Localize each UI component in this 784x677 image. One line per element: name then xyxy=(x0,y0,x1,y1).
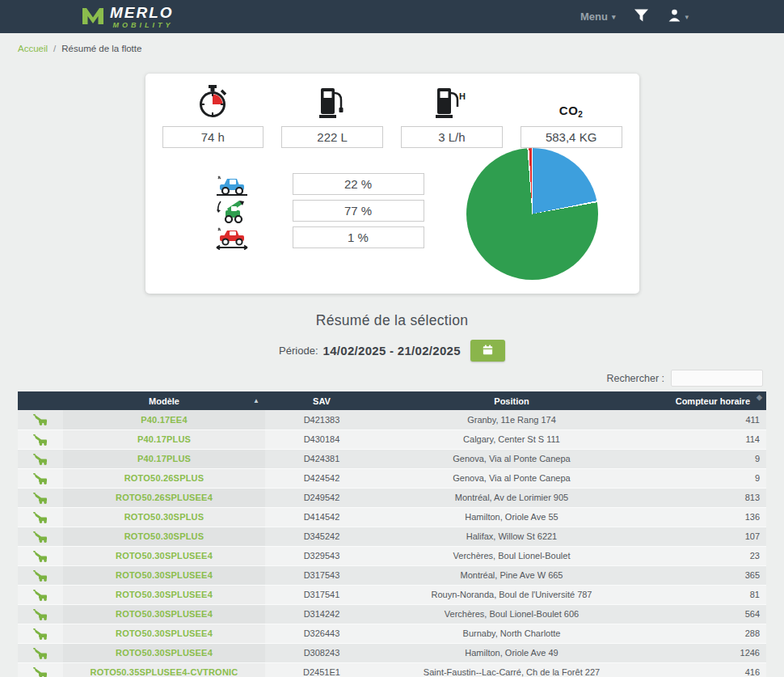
breadcrumb-current: Résumé de la flotte xyxy=(61,44,141,53)
breadcrumb-home-link[interactable]: Accueil xyxy=(18,44,48,53)
sav-cell: D329543 xyxy=(265,546,378,565)
user-menu-dropdown[interactable]: ▾ xyxy=(668,8,689,25)
fuel-consumed-icon xyxy=(272,87,392,122)
stat-hours: 74 h xyxy=(154,87,273,148)
table-row[interactable]: ROTO50.30SPLUSEE4 D317543 Montréal, Pine… xyxy=(18,565,766,585)
telehandler-icon xyxy=(18,527,63,546)
stat-fuel-rate-value: 3 L/h xyxy=(401,126,503,148)
position-cell: Montréal, Pine Ave W 665 xyxy=(378,565,645,585)
search-label: Rechercher : xyxy=(606,373,664,384)
stat-fuel-total: 222 L xyxy=(272,87,392,148)
mode-working-value: 77 % xyxy=(293,200,424,222)
telehandler-icon xyxy=(18,468,63,488)
table-row[interactable]: ROTO50.30SPLUSEE4 D317541 Rouyn-Noranda,… xyxy=(18,585,766,604)
telehandler-icon xyxy=(18,488,63,507)
table-row[interactable]: ROTO50.30SPLUSEE4 D308243 Hamilton, Orio… xyxy=(18,643,766,662)
table-row[interactable]: ROTO50.35SPLUSEE4-CVTRONIC D2451E1 Saint… xyxy=(18,662,766,677)
model-link[interactable]: ROTO50.30SPLUSEE4 xyxy=(63,624,265,643)
user-icon xyxy=(668,8,681,25)
stat-fuel-total-value: 222 L xyxy=(281,126,383,148)
model-link[interactable]: P40.17PLUS xyxy=(63,449,265,468)
telehandler-icon xyxy=(18,624,63,643)
model-link[interactable]: ROTO50.35SPLUSEE4-CVTRONIC xyxy=(63,662,265,677)
svg-text:H: H xyxy=(459,91,466,101)
hours-cell: 136 xyxy=(645,507,766,527)
selection-title: Résumé de la sélection xyxy=(0,312,784,329)
table-row[interactable]: P40.17EE4 D421383 Granby, 11e Rang 174 4… xyxy=(18,410,766,429)
usage-modes: 22 % 77 % xyxy=(209,171,424,251)
table-row[interactable]: ROTO50.30SPLUSEE4 D326443 Burnaby, North… xyxy=(18,624,766,643)
sav-cell: D430184 xyxy=(265,429,378,449)
menu-dropdown[interactable]: Menu ▾ xyxy=(580,11,615,23)
table-row[interactable]: P40.17PLUS D424381 Genova, Via al Ponte … xyxy=(18,449,766,468)
model-link[interactable]: ROTO50.30SPLUSEE4 xyxy=(63,585,265,604)
stat-hours-value: 74 h xyxy=(162,126,264,148)
model-link[interactable]: ROTO50.30SPLUS xyxy=(63,527,265,546)
telehandler-icon xyxy=(18,507,63,527)
table-row[interactable]: ROTO50.30SPLUS D345242 Halifax, Willow S… xyxy=(18,527,766,546)
model-link[interactable]: ROTO50.30SPLUSEE4 xyxy=(63,565,265,585)
stat-fuel-rate: H 3 L/h xyxy=(392,87,512,148)
column-label: Compteur horaire xyxy=(676,396,750,406)
fleet-summary-card: 74 h 222 L H xyxy=(145,74,639,294)
hours-cell: 114 xyxy=(645,429,766,449)
sav-cell: D424381 xyxy=(265,449,378,468)
period-row: Période: 14/02/2025 - 21/02/2025 xyxy=(0,340,784,362)
position-cell: Granby, 11e Rang 174 xyxy=(378,410,645,429)
telehandler-icon xyxy=(18,410,63,429)
calendar-button[interactable] xyxy=(470,340,505,362)
table-row[interactable]: ROTO50.26SPLUSEE4 D249542 Montréal, Av d… xyxy=(18,488,766,507)
table-body: P40.17EE4 D421383 Granby, 11e Rang 174 4… xyxy=(18,410,766,677)
table-row[interactable]: ROTO50.30SPLUSEE4 D314242 Verchères, Bou… xyxy=(18,604,766,624)
model-link[interactable]: ROTO50.26SPLUSEE4 xyxy=(63,488,265,507)
sav-cell: D317543 xyxy=(265,565,378,585)
column-header-hours[interactable]: Compteur horaire ◆ xyxy=(645,391,766,410)
period-label: Période: xyxy=(279,345,318,357)
position-cell: Saint-Faustin--Lac-Carré, Ch de la Forêt… xyxy=(378,662,645,677)
mode-working-row: 77 % xyxy=(209,197,424,224)
hours-cell: 9 xyxy=(645,468,766,488)
usage-pie-chart xyxy=(466,148,598,280)
column-label: Position xyxy=(494,396,529,406)
column-header-icon[interactable] xyxy=(18,391,63,410)
model-link[interactable]: ROTO50.30SPLUS xyxy=(63,507,265,527)
table-row[interactable]: ROTO50.30SPLUSEE4 D329543 Verchères, Bou… xyxy=(18,546,766,565)
column-header-sav[interactable]: SAV xyxy=(265,391,378,410)
fleet-table: Modèle ▲ SAV Position Compteur horaire ◆ xyxy=(18,391,766,677)
model-link[interactable]: P40.17EE4 xyxy=(63,410,265,429)
position-cell: Genova, Via al Ponte Canepa xyxy=(378,449,645,468)
fuel-rate-icon: H xyxy=(392,87,512,122)
position-cell: Burnaby, North Charlotte xyxy=(378,624,645,643)
sort-ascending-icon: ▲ xyxy=(253,397,259,404)
column-header-position[interactable]: Position xyxy=(378,391,645,410)
telehandler-icon xyxy=(18,546,63,565)
column-header-model[interactable]: Modèle ▲ xyxy=(63,391,265,410)
brand-logo[interactable]: MERLO MOBILITY xyxy=(81,5,174,29)
telehandler-icon xyxy=(18,565,63,585)
model-link[interactable]: ROTO50.30SPLUSEE4 xyxy=(63,643,265,662)
mode-idle-value: 1 % xyxy=(293,226,424,248)
search-input[interactable] xyxy=(671,370,763,387)
co2-icon: CO2 xyxy=(512,87,631,122)
filter-button[interactable] xyxy=(634,9,648,25)
model-link[interactable]: ROTO50.30SPLUSEE4 xyxy=(63,546,265,565)
sav-cell: D317541 xyxy=(265,585,378,604)
hours-cell: 9 xyxy=(645,449,766,468)
hours-cell: 564 xyxy=(645,604,766,624)
column-label: Modèle xyxy=(149,396,179,406)
table-row[interactable]: ROTO50.26SPLUS D424542 Genova, Via al Po… xyxy=(18,468,766,488)
sav-cell: D2451E1 xyxy=(265,662,378,677)
model-link[interactable]: ROTO50.30SPLUSEE4 xyxy=(63,604,265,624)
model-link[interactable]: P40.17PLUS xyxy=(63,429,265,449)
table-row[interactable]: ROTO50.30SPLUS D414542 Hamilton, Oriole … xyxy=(18,507,766,527)
stat-co2-value: 583,4 KG xyxy=(521,126,622,148)
stat-co2: CO2 583,4 KG xyxy=(512,87,631,148)
column-label: SAV xyxy=(313,396,331,406)
table-row[interactable]: P40.17PLUS D430184 Calgary, Center St S … xyxy=(18,429,766,449)
telehandler-icon xyxy=(18,604,63,624)
position-cell: Verchères, Boul Lionel-Boulet 606 xyxy=(378,604,645,624)
model-link[interactable]: ROTO50.26SPLUS xyxy=(63,468,265,488)
sort-both-icon: ◆ xyxy=(757,394,762,400)
hours-cell: 23 xyxy=(645,546,766,565)
sav-cell: D314242 xyxy=(265,604,378,624)
